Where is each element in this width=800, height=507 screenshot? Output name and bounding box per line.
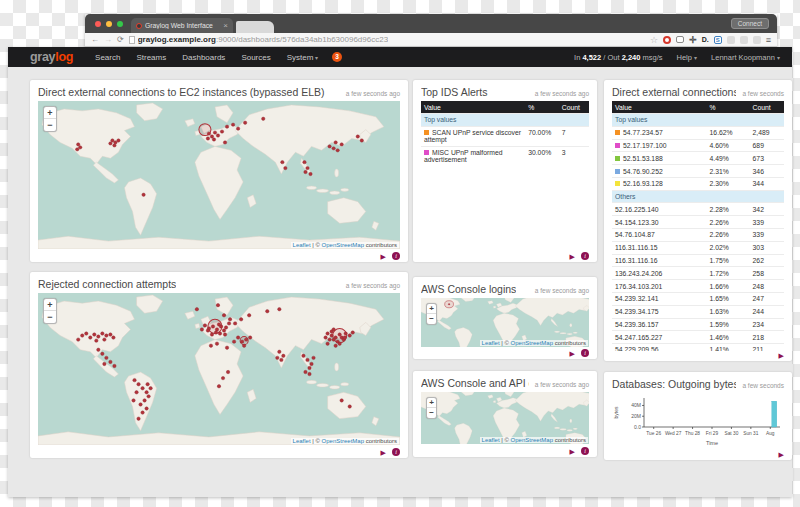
extension-disabled-icon[interactable] [740, 36, 748, 44]
map-marker[interactable] [340, 399, 343, 402]
zoom-in-button[interactable]: + [427, 304, 436, 314]
map-marker[interactable] [239, 318, 242, 321]
rejected-world-map[interactable]: + − Leaflet | © OpenStreetMap contributo… [38, 293, 400, 445]
map-marker[interactable] [112, 336, 115, 339]
map-marker[interactable] [220, 130, 223, 133]
graylog-logo[interactable]: graylog [30, 50, 73, 64]
map-marker[interactable] [137, 417, 140, 420]
map-marker[interactable] [216, 134, 219, 137]
map-marker[interactable] [213, 131, 216, 134]
map-marker[interactable] [141, 387, 144, 390]
aws-logins-map[interactable]: + − Leaflet | © OpenStreetMap contributo… [421, 298, 589, 347]
address-bar[interactable]: graylog.example.org:9000/dashboards/576d… [129, 35, 645, 44]
extension-window-icon[interactable] [676, 36, 684, 43]
map-marker[interactable] [109, 360, 112, 363]
map-marker[interactable] [227, 322, 230, 325]
map-marker[interactable] [232, 340, 235, 343]
map-marker[interactable] [266, 310, 269, 313]
map-marker[interactable] [215, 342, 218, 345]
map-marker[interactable] [356, 135, 359, 138]
leaflet-link[interactable]: Leaflet [293, 438, 311, 444]
map-marker[interactable] [282, 354, 285, 357]
user-menu[interactable]: Lennart Koopmann ▾ [711, 53, 780, 62]
zoom-in-button[interactable]: + [44, 299, 56, 311]
map-marker[interactable] [95, 339, 98, 342]
zoom-out-button[interactable]: − [44, 119, 56, 131]
map-marker[interactable] [280, 358, 283, 361]
map-marker[interactable] [77, 338, 80, 341]
nav-item-sources[interactable]: Sources [241, 53, 270, 62]
browser-tab[interactable]: Graylog Web Interface × [131, 18, 233, 33]
map-marker[interactable] [214, 331, 217, 334]
map-marker[interactable] [103, 338, 106, 341]
map-marker[interactable] [113, 144, 116, 147]
map-marker[interactable] [212, 138, 215, 141]
map-marker[interactable] [233, 322, 236, 325]
zoom-in-button[interactable]: + [44, 107, 56, 119]
map-marker[interactable] [109, 142, 112, 145]
map-marker[interactable] [210, 135, 213, 138]
map-marker[interactable] [225, 346, 228, 349]
map-marker[interactable] [326, 342, 329, 345]
map-marker[interactable] [147, 395, 150, 398]
map-marker[interactable] [240, 340, 243, 343]
map-marker[interactable] [223, 141, 226, 144]
play-icon[interactable]: ▶ [570, 448, 575, 455]
back-icon[interactable]: ← [91, 36, 99, 44]
map-marker[interactable] [145, 391, 148, 394]
connect-button[interactable]: Connect [731, 18, 769, 29]
map-marker[interactable] [211, 325, 214, 328]
bar[interactable] [772, 401, 777, 427]
map-marker[interactable] [135, 391, 138, 394]
leaflet-link[interactable]: Leaflet [482, 437, 500, 443]
map-marker[interactable] [334, 344, 337, 347]
map-marker[interactable] [76, 148, 79, 151]
map-marker[interactable] [97, 335, 100, 338]
map-marker[interactable] [217, 323, 220, 326]
nav-item-dashboards[interactable]: Dashboards [182, 53, 225, 62]
help-menu[interactable]: Help ▾ [677, 53, 698, 62]
map-marker[interactable] [309, 172, 312, 175]
leaflet-link[interactable]: Leaflet [293, 242, 311, 248]
map-marker[interactable] [105, 356, 108, 359]
map-marker[interactable] [139, 403, 142, 406]
map-marker[interactable] [143, 399, 146, 402]
play-icon[interactable]: ▶ [381, 253, 386, 260]
map-marker[interactable] [222, 329, 225, 332]
map-marker[interactable] [236, 336, 239, 339]
info-icon[interactable]: i [392, 252, 400, 260]
map-marker[interactable] [101, 352, 104, 355]
map-marker[interactable] [89, 336, 92, 339]
map-marker[interactable] [338, 333, 341, 336]
window-zoom-button[interactable] [117, 21, 123, 27]
map-marker[interactable] [243, 121, 246, 124]
map-marker[interactable] [343, 336, 346, 339]
tab-close-icon[interactable]: × [223, 22, 228, 30]
extension-disabled-icon[interactable] [753, 36, 761, 44]
bookmark-star-icon[interactable]: ☆ [650, 36, 658, 44]
map-marker[interactable] [308, 372, 311, 375]
osm-link[interactable]: OpenStreetMap [511, 340, 553, 346]
extension-disabled-icon[interactable] [727, 36, 735, 44]
notification-badge[interactable]: 3 [332, 52, 342, 62]
map-marker[interactable] [117, 139, 120, 142]
map-marker[interactable] [302, 354, 305, 357]
map-marker[interactable] [332, 328, 335, 331]
map-marker[interactable] [97, 348, 100, 351]
map-marker[interactable] [105, 334, 108, 337]
map-marker[interactable] [218, 332, 221, 335]
map-marker[interactable] [141, 411, 144, 414]
map-marker[interactable] [101, 332, 104, 335]
map-marker[interactable] [145, 407, 148, 410]
map-marker[interactable] [304, 370, 307, 373]
map-marker[interactable] [247, 314, 250, 317]
map-marker[interactable] [221, 376, 224, 379]
map-marker[interactable] [236, 127, 239, 130]
leaflet-link[interactable]: Leaflet [482, 340, 500, 346]
map-marker[interactable] [328, 338, 331, 341]
info-icon[interactable]: i [581, 349, 589, 357]
info-icon[interactable]: i [581, 252, 589, 260]
map-marker[interactable] [448, 303, 450, 305]
new-tab-button[interactable] [236, 21, 274, 33]
map-marker[interactable] [109, 333, 112, 336]
